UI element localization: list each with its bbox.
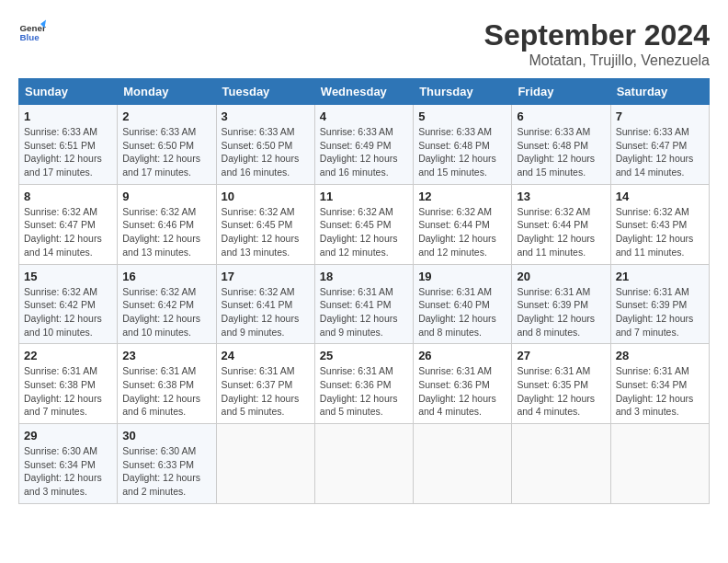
- day-info: Sunrise: 6:31 AMSunset: 6:37 PMDaylight:…: [222, 364, 310, 419]
- day-number: 4: [320, 109, 408, 123]
- day-info: Sunrise: 6:33 AMSunset: 6:47 PMDaylight:…: [616, 125, 704, 179]
- day-number: 1: [24, 109, 112, 123]
- day-number: 19: [418, 270, 506, 283]
- day-number: 14: [616, 190, 704, 203]
- day-cell: [512, 424, 610, 504]
- day-cell: 29Sunrise: 6:30 AMSunset: 6:34 PMDayligh…: [19, 424, 118, 504]
- day-info: Sunrise: 6:31 AMSunset: 6:34 PMDaylight:…: [616, 364, 704, 419]
- column-header-friday: Friday: [512, 79, 610, 105]
- column-header-monday: Monday: [118, 79, 216, 105]
- day-info: Sunrise: 6:32 AMSunset: 6:44 PMDaylight:…: [418, 205, 506, 259]
- day-info: Sunrise: 6:32 AMSunset: 6:42 PMDaylight:…: [122, 285, 210, 339]
- day-info: Sunrise: 6:32 AMSunset: 6:45 PMDaylight:…: [320, 205, 408, 259]
- day-number: 28: [616, 349, 704, 362]
- day-number: 27: [517, 349, 605, 362]
- day-info: Sunrise: 6:32 AMSunset: 6:42 PMDaylight:…: [24, 285, 112, 339]
- week-row-3: 15Sunrise: 6:32 AMSunset: 6:42 PMDayligh…: [19, 264, 710, 344]
- logo-icon: General Blue: [18, 18, 46, 46]
- svg-text:Blue: Blue: [20, 32, 40, 42]
- day-cell: 11Sunrise: 6:32 AMSunset: 6:45 PMDayligh…: [314, 184, 413, 264]
- day-cell: 30Sunrise: 6:30 AMSunset: 6:33 PMDayligh…: [118, 424, 216, 504]
- day-cell: 14Sunrise: 6:32 AMSunset: 6:43 PMDayligh…: [610, 184, 709, 264]
- day-info: Sunrise: 6:32 AMSunset: 6:46 PMDaylight:…: [122, 205, 210, 259]
- day-cell: 6Sunrise: 6:33 AMSunset: 6:48 PMDaylight…: [512, 105, 610, 185]
- day-info: Sunrise: 6:31 AMSunset: 6:39 PMDaylight:…: [517, 285, 605, 339]
- day-cell: 20Sunrise: 6:31 AMSunset: 6:39 PMDayligh…: [512, 264, 610, 344]
- day-cell: 24Sunrise: 6:31 AMSunset: 6:37 PMDayligh…: [216, 344, 314, 424]
- day-cell: 18Sunrise: 6:31 AMSunset: 6:41 PMDayligh…: [314, 264, 413, 344]
- day-number: 29: [24, 429, 112, 442]
- day-number: 10: [222, 190, 310, 203]
- day-number: 17: [222, 270, 310, 283]
- day-number: 16: [122, 270, 210, 283]
- day-number: 26: [418, 349, 506, 362]
- day-number: 3: [222, 109, 310, 123]
- day-number: 11: [320, 190, 408, 203]
- day-number: 7: [616, 109, 704, 123]
- month-title: September 2024: [484, 18, 710, 52]
- day-info: Sunrise: 6:33 AMSunset: 6:51 PMDaylight:…: [24, 125, 112, 179]
- title-area: September 2024 Motatan, Trujillo, Venezu…: [484, 18, 710, 69]
- day-info: Sunrise: 6:31 AMSunset: 6:41 PMDaylight:…: [320, 285, 408, 339]
- day-info: Sunrise: 6:30 AMSunset: 6:33 PMDaylight:…: [122, 444, 210, 499]
- column-header-tuesday: Tuesday: [216, 79, 314, 105]
- header-row: SundayMondayTuesdayWednesdayThursdayFrid…: [19, 79, 710, 105]
- day-cell: 16Sunrise: 6:32 AMSunset: 6:42 PMDayligh…: [118, 264, 216, 344]
- day-cell: 22Sunrise: 6:31 AMSunset: 6:38 PMDayligh…: [19, 344, 118, 424]
- day-cell: [216, 424, 314, 504]
- day-cell: 25Sunrise: 6:31 AMSunset: 6:36 PMDayligh…: [314, 344, 413, 424]
- day-cell: 9Sunrise: 6:32 AMSunset: 6:46 PMDaylight…: [118, 184, 216, 264]
- day-info: Sunrise: 6:33 AMSunset: 6:48 PMDaylight:…: [418, 125, 506, 179]
- column-header-saturday: Saturday: [610, 79, 709, 105]
- day-cell: 23Sunrise: 6:31 AMSunset: 6:38 PMDayligh…: [118, 344, 216, 424]
- day-info: Sunrise: 6:32 AMSunset: 6:43 PMDaylight:…: [616, 205, 704, 259]
- week-row-5: 29Sunrise: 6:30 AMSunset: 6:34 PMDayligh…: [19, 424, 710, 504]
- day-number: 21: [616, 270, 704, 283]
- day-info: Sunrise: 6:31 AMSunset: 6:38 PMDaylight:…: [24, 364, 112, 419]
- day-info: Sunrise: 6:33 AMSunset: 6:50 PMDaylight:…: [122, 125, 210, 179]
- day-number: 8: [24, 190, 112, 203]
- day-number: 6: [517, 109, 605, 123]
- day-number: 15: [24, 270, 112, 283]
- day-number: 12: [418, 190, 506, 203]
- day-cell: 27Sunrise: 6:31 AMSunset: 6:35 PMDayligh…: [512, 344, 610, 424]
- day-number: 22: [24, 349, 112, 362]
- day-cell: 26Sunrise: 6:31 AMSunset: 6:36 PMDayligh…: [414, 344, 512, 424]
- day-info: Sunrise: 6:31 AMSunset: 6:36 PMDaylight:…: [418, 364, 506, 419]
- day-number: 20: [517, 270, 605, 283]
- day-info: Sunrise: 6:33 AMSunset: 6:50 PMDaylight:…: [222, 125, 310, 179]
- day-cell: 13Sunrise: 6:32 AMSunset: 6:44 PMDayligh…: [512, 184, 610, 264]
- day-number: 30: [122, 429, 210, 442]
- header: General Blue September 2024 Motatan, Tru…: [18, 18, 710, 69]
- day-cell: 17Sunrise: 6:32 AMSunset: 6:41 PMDayligh…: [216, 264, 314, 344]
- day-cell: 8Sunrise: 6:32 AMSunset: 6:47 PMDaylight…: [19, 184, 118, 264]
- day-info: Sunrise: 6:32 AMSunset: 6:44 PMDaylight:…: [517, 205, 605, 259]
- day-info: Sunrise: 6:32 AMSunset: 6:41 PMDaylight:…: [222, 285, 310, 339]
- column-header-wednesday: Wednesday: [314, 79, 413, 105]
- day-number: 13: [517, 190, 605, 203]
- day-cell: [414, 424, 512, 504]
- day-info: Sunrise: 6:30 AMSunset: 6:34 PMDaylight:…: [24, 444, 112, 499]
- day-cell: 7Sunrise: 6:33 AMSunset: 6:47 PMDaylight…: [610, 105, 709, 185]
- day-cell: 3Sunrise: 6:33 AMSunset: 6:50 PMDaylight…: [216, 105, 314, 185]
- day-number: 9: [122, 190, 210, 203]
- day-cell: [610, 424, 709, 504]
- day-number: 24: [222, 349, 310, 362]
- day-number: 5: [418, 109, 506, 123]
- day-cell: 15Sunrise: 6:32 AMSunset: 6:42 PMDayligh…: [19, 264, 118, 344]
- calendar-table: SundayMondayTuesdayWednesdayThursdayFrid…: [18, 78, 710, 504]
- day-info: Sunrise: 6:33 AMSunset: 6:49 PMDaylight:…: [320, 125, 408, 179]
- day-cell: 2Sunrise: 6:33 AMSunset: 6:50 PMDaylight…: [118, 105, 216, 185]
- day-cell: 5Sunrise: 6:33 AMSunset: 6:48 PMDaylight…: [414, 105, 512, 185]
- day-cell: 19Sunrise: 6:31 AMSunset: 6:40 PMDayligh…: [414, 264, 512, 344]
- column-header-sunday: Sunday: [19, 79, 118, 105]
- day-info: Sunrise: 6:31 AMSunset: 6:38 PMDaylight:…: [122, 364, 210, 419]
- week-row-1: 1Sunrise: 6:33 AMSunset: 6:51 PMDaylight…: [19, 105, 710, 185]
- day-number: 23: [122, 349, 210, 362]
- day-number: 18: [320, 270, 408, 283]
- day-cell: 12Sunrise: 6:32 AMSunset: 6:44 PMDayligh…: [414, 184, 512, 264]
- day-number: 25: [320, 349, 408, 362]
- day-cell: 21Sunrise: 6:31 AMSunset: 6:39 PMDayligh…: [610, 264, 709, 344]
- day-info: Sunrise: 6:31 AMSunset: 6:35 PMDaylight:…: [517, 364, 605, 419]
- day-info: Sunrise: 6:32 AMSunset: 6:47 PMDaylight:…: [24, 205, 112, 259]
